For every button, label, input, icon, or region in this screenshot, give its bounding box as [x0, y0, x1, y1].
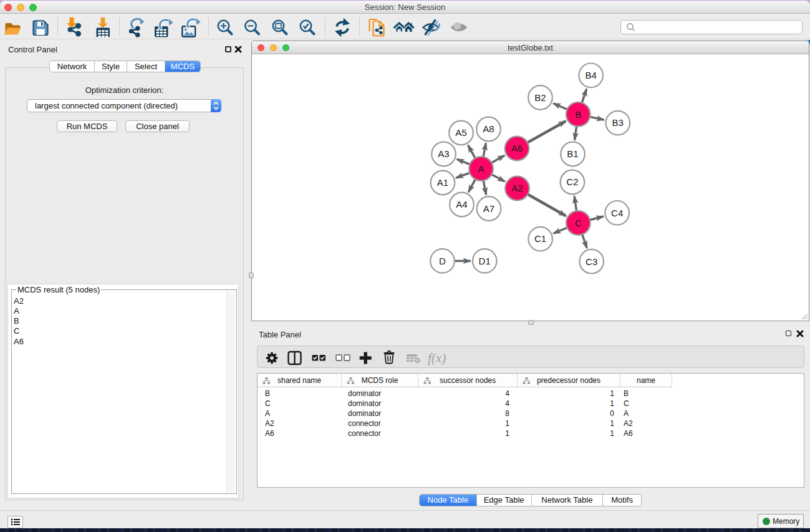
svg-text:A1: A1	[437, 177, 448, 188]
svg-text:B4: B4	[586, 70, 597, 80]
svg-text:A5: A5	[455, 127, 466, 138]
svg-text:C3: C3	[586, 256, 597, 267]
svg-text:D: D	[439, 256, 446, 266]
svg-text:A8: A8	[483, 123, 494, 134]
svg-text:A6: A6	[511, 143, 523, 153]
svg-text:A: A	[478, 163, 484, 174]
svg-text:C4: C4	[611, 208, 623, 218]
svg-text:A7: A7	[483, 203, 494, 214]
svg-text:C2: C2	[566, 177, 578, 187]
svg-text:B2: B2	[534, 92, 546, 103]
svg-text:A4: A4	[456, 199, 467, 210]
svg-text:B3: B3	[612, 117, 624, 128]
svg-text:C: C	[575, 218, 582, 228]
svg-text:C1: C1	[534, 233, 546, 244]
svg-text:B: B	[575, 109, 581, 120]
svg-text:f(x): f(x)	[428, 351, 446, 365]
svg-text:D1: D1	[479, 256, 491, 266]
svg-text:A2: A2	[511, 183, 523, 193]
svg-text:A3: A3	[438, 148, 449, 159]
svg-text:B1: B1	[567, 148, 578, 159]
